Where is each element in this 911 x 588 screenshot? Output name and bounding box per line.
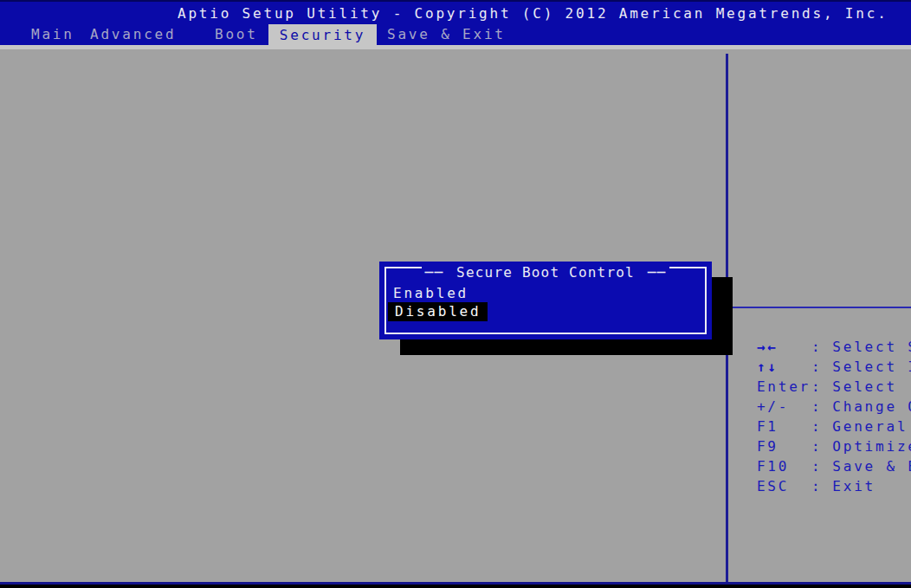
popup-option-disabled[interactable]: Disabled: [388, 302, 488, 321]
secure-boot-control-popup: ── Secure Boot Control ── Enabled Disabl…: [379, 262, 712, 339]
hotkey-separator: :: [811, 478, 822, 494]
sidebar-divider: [728, 307, 911, 308]
tab-boot[interactable]: Boot: [215, 27, 258, 42]
hotkey-label: ESC: [757, 479, 811, 494]
tab-security-label: Security: [280, 27, 365, 43]
tab-save-exit[interactable]: Save & Exit: [387, 27, 506, 42]
header-bar: Aptio Setup Utility - Copyright (C) 2012…: [0, 0, 911, 45]
tab-advanced[interactable]: Advanced: [90, 27, 176, 42]
popup-title: ── Secure Boot Control ──: [379, 264, 712, 281]
hotkey-esc: ESC:Exit: [735, 463, 875, 494]
tab-main[interactable]: Main: [31, 27, 74, 42]
bottom-border: [0, 582, 911, 585]
app-title: Aptio Setup Utility - Copyright (C) 2012…: [178, 6, 888, 22]
hotkey-description: Exit: [832, 478, 875, 494]
popup-title-dash-left: ──: [423, 264, 446, 281]
popup-title-text: Secure Boot Control: [455, 264, 636, 281]
popup-option-enabled[interactable]: Enabled: [393, 284, 468, 303]
popup-title-dash-right: ──: [646, 264, 669, 281]
pane-divider: [726, 54, 728, 582]
header-divider: [0, 45, 911, 49]
tab-security[interactable]: Security: [268, 24, 377, 49]
